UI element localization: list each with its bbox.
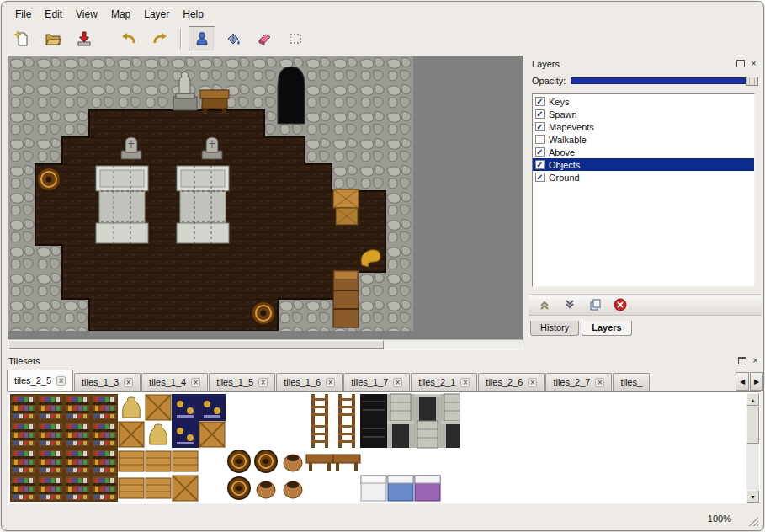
layer-visibility-checkbox[interactable] — [535, 135, 545, 144]
tab-label: tiles_1_3 — [82, 377, 119, 387]
scroll-up-icon[interactable]: ▲ — [746, 393, 759, 406]
layer-visibility-checkbox[interactable] — [535, 97, 545, 106]
close-icon[interactable]: × — [124, 378, 133, 387]
menu-edit[interactable]: Edit — [38, 7, 69, 22]
close-icon[interactable]: × — [528, 378, 537, 387]
close-icon[interactable]: × — [460, 378, 470, 387]
close-icon[interactable]: × — [751, 356, 760, 365]
opacity-label: Opacity: — [532, 76, 566, 86]
scroll-down-icon[interactable]: ▼ — [746, 490, 759, 503]
map-canvas[interactable] — [8, 56, 413, 331]
tileset-content: ▲ ▼ — [8, 391, 761, 504]
layer-row-above[interactable]: Above — [533, 146, 754, 158]
layer-visibility-checkbox[interactable] — [535, 122, 545, 131]
select-tool-button[interactable] — [282, 26, 309, 51]
tab-label: tiles_1_7 — [351, 377, 388, 387]
tab-label: tiles_1_4 — [149, 377, 186, 387]
float-panel-icon[interactable] — [736, 60, 745, 67]
tileset-tab-tiles_2_1[interactable]: tiles_2_1 × — [411, 373, 477, 391]
scroll-tabs-left-icon[interactable]: ◀ — [736, 372, 749, 391]
layer-row-keys[interactable]: Keys — [533, 95, 754, 108]
close-icon[interactable]: × — [749, 59, 758, 68]
tab-history[interactable]: History — [530, 321, 579, 336]
tileset-tab-tiles_1_4[interactable]: tiles_1_4 × — [141, 373, 208, 391]
app-window: File Edit View Map Layer Help — [1, 1, 764, 531]
layer-visibility-checkbox[interactable] — [535, 109, 545, 119]
scrollbar-thumb[interactable] — [746, 407, 759, 444]
layer-visibility-checkbox[interactable] — [535, 173, 545, 182]
paint-bucket-icon — [225, 30, 242, 47]
layer-row-objects[interactable]: Objects — [533, 158, 754, 171]
close-icon[interactable]: × — [326, 378, 335, 387]
tab-label: tiles_1_6 — [284, 377, 321, 387]
layer-name: Objects — [549, 160, 580, 170]
cabinet — [333, 270, 359, 327]
tab-label: tiles_ — [620, 377, 642, 387]
new-file-button[interactable] — [8, 26, 35, 51]
tileset-tab-truncated[interactable]: tiles_ — [613, 373, 650, 391]
menu-help[interactable]: Help — [176, 7, 210, 22]
layer-row-ground[interactable]: Ground — [533, 171, 754, 184]
menu-map[interactable]: Map — [104, 7, 137, 22]
scrollbar-thumb[interactable] — [8, 340, 384, 349]
open-button[interactable] — [40, 26, 66, 51]
redo-button[interactable] — [146, 26, 173, 51]
scroll-tabs-right-icon[interactable]: ▶ — [750, 372, 763, 391]
layer-visibility-checkbox[interactable] — [535, 147, 545, 157]
tab-layers[interactable]: Layers — [582, 321, 631, 336]
menu-bar: File Edit View Map Layer Help — [8, 6, 757, 23]
eraser-tool-button[interactable] — [251, 26, 278, 51]
tileset-tab-tiles_2_6[interactable]: tiles_2_6 × — [478, 373, 545, 391]
tab-label: History — [540, 322, 569, 332]
menu-view[interactable]: View — [69, 7, 104, 22]
close-icon[interactable]: × — [258, 378, 268, 387]
barrel — [37, 168, 61, 191]
layer-row-mapevents[interactable]: Mapevents — [533, 120, 754, 133]
crypt — [96, 166, 148, 243]
close-icon[interactable]: × — [393, 378, 402, 387]
toolbar — [8, 24, 757, 53]
map-horizontal-scrollbar[interactable] — [8, 339, 523, 349]
tab-scroll-buttons: ◀ ▶ — [735, 372, 763, 391]
tab-label: tiles_2_5 — [14, 375, 51, 386]
stamp-tool-button[interactable] — [189, 26, 215, 51]
layer-name: Above — [549, 147, 575, 157]
resize-grip[interactable] — [747, 515, 758, 526]
tileset-tab-tiles_1_5[interactable]: tiles_1_5 × — [209, 373, 275, 391]
close-icon[interactable]: × — [56, 376, 66, 386]
save-button[interactable] — [71, 26, 98, 51]
layers-list: Keys Spawn Mapevents Walkable Above Obje… — [532, 93, 755, 287]
menu-file[interactable]: File — [8, 7, 38, 22]
opacity-slider[interactable] — [571, 77, 758, 86]
tileset-tab-tiles_1_6[interactable]: tiles_1_6 × — [276, 373, 343, 391]
close-icon[interactable]: × — [191, 378, 200, 387]
close-icon[interactable]: × — [595, 378, 604, 387]
tilesets-panel: Tilesets × tiles_2_5 × tiles_1_3 × tiles… — [5, 354, 763, 507]
doorway — [278, 66, 305, 124]
undo-button[interactable] — [115, 26, 142, 51]
layer-row-spawn[interactable]: Spawn — [533, 108, 754, 120]
open-folder-icon — [45, 30, 61, 47]
tab-label: tiles_2_1 — [418, 377, 455, 387]
opacity-slider-handle[interactable] — [746, 77, 758, 86]
layer-row-walkable[interactable]: Walkable — [533, 133, 754, 146]
tileset-image[interactable] — [9, 393, 460, 502]
tileset-vertical-scrollbar[interactable]: ▲ ▼ — [746, 393, 759, 503]
tileset-tab-tiles_2_7[interactable]: tiles_2_7 × — [545, 373, 612, 391]
layer-visibility-checkbox[interactable] — [535, 160, 545, 169]
float-panel-icon[interactable] — [738, 357, 746, 364]
fill-tool-button[interactable] — [220, 26, 247, 51]
tileset-tab-tiles_2_5[interactable]: tiles_2_5 × — [7, 370, 73, 391]
tilesets-panel-title: Tilesets — [8, 356, 738, 366]
delete-layer-button[interactable] — [613, 297, 628, 312]
tileset-tab-tiles_1_3[interactable]: tiles_1_3 × — [74, 373, 141, 391]
person-stamp-icon — [194, 30, 210, 47]
delete-icon — [614, 298, 627, 311]
menu-layer[interactable]: Layer — [137, 7, 176, 22]
map-view[interactable] — [8, 56, 523, 350]
raise-layer-button[interactable] — [537, 297, 552, 312]
tileset-tab-tiles_1_7[interactable]: tiles_1_7 × — [343, 373, 410, 391]
lower-layer-button[interactable] — [562, 297, 577, 312]
eraser-icon — [256, 30, 273, 47]
duplicate-layer-button[interactable] — [587, 297, 603, 312]
